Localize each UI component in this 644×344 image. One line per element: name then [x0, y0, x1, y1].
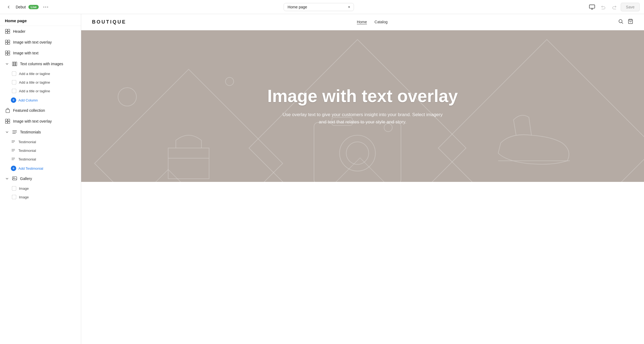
sidebar-item-image-with-text[interactable]: Image with text	[0, 48, 81, 58]
add-column-label: Add Column	[18, 98, 38, 102]
lines-small-icon	[11, 148, 16, 153]
sidebar-tagline-3-label: Add a title or tagline	[19, 89, 50, 93]
svg-rect-7	[8, 29, 10, 31]
grid-icon	[5, 29, 10, 34]
sidebar-item-tagline-1[interactable]: Add a title or tagline	[0, 69, 81, 78]
grid-icon	[5, 119, 10, 124]
svg-rect-23	[8, 119, 10, 121]
sidebar-testimonial-3-label: Testimonial	[18, 157, 36, 161]
lines-icon	[12, 129, 17, 135]
sidebar: Home page Header Image with text overlay	[0, 14, 81, 344]
sidebar-header-label: Header	[13, 29, 76, 34]
svg-rect-38	[12, 177, 17, 180]
sidebar-item-tagline-3[interactable]: Add a title or tagline	[0, 87, 81, 95]
sidebar-item-testimonial-2[interactable]: Testimonial	[0, 146, 81, 155]
svg-rect-9	[8, 32, 10, 34]
sidebar-item-image-text-overlay-1[interactable]: Image with text overlay	[0, 37, 81, 48]
sidebar-image-text-overlay-1-label: Image with text overlay	[13, 40, 76, 44]
svg-rect-15	[8, 51, 10, 53]
store-nav-actions	[618, 19, 633, 25]
sidebar-testimonial-1-label: Testimonial	[18, 140, 36, 144]
grid-icon	[5, 50, 10, 56]
topbar: Debut Live Home page ▾ Save	[0, 0, 644, 14]
page-selector[interactable]: Home page ▾	[284, 3, 354, 11]
sidebar-image-text-overlay-2-label: Image with text overlay	[13, 119, 76, 123]
svg-point-2	[47, 6, 48, 7]
sidebar-item-featured-collection[interactable]: Featured collection	[0, 105, 81, 116]
svg-rect-20	[16, 62, 17, 66]
svg-rect-18	[12, 62, 14, 66]
hero-content: Image with text overlay Use overlay text…	[262, 81, 463, 131]
grid-icon	[5, 40, 10, 45]
sidebar-item-gallery[interactable]: Gallery	[0, 173, 81, 184]
nav-link-catalog[interactable]: Catalog	[374, 20, 387, 24]
svg-point-47	[225, 77, 234, 86]
page-selector-label: Home page	[288, 5, 307, 9]
sidebar-item-image-text-overlay-2[interactable]: Image with text overlay	[0, 116, 81, 127]
svg-rect-10	[5, 40, 7, 42]
svg-point-45	[118, 88, 136, 106]
sidebar-item-testimonial-1[interactable]: Testimonial	[0, 137, 81, 146]
sidebar-header: Home page	[0, 14, 81, 26]
svg-rect-12	[5, 42, 7, 44]
sidebar-gallery-label: Gallery	[20, 176, 76, 181]
store-nav: BOUTIQUE Home Catalog	[81, 14, 644, 30]
preview-frame: BOUTIQUE Home Catalog	[81, 14, 644, 344]
sidebar-tagline-2-label: Add a title or tagline	[19, 80, 50, 84]
add-circle-icon: +	[11, 166, 16, 171]
store-preview: BOUTIQUE Home Catalog	[81, 14, 644, 344]
topbar-center: Home page ▾	[53, 3, 584, 11]
sidebar-item-testimonial-3[interactable]: Testimonial	[0, 155, 81, 163]
sidebar-scroll-area: Header Image with text overlay Image wit…	[0, 26, 81, 344]
dashed-box-icon	[12, 195, 16, 199]
svg-point-40	[619, 19, 622, 23]
cart-icon[interactable]	[628, 19, 633, 25]
sidebar-featured-collection-label: Featured collection	[13, 108, 76, 113]
more-options-button[interactable]	[41, 3, 50, 11]
topbar-right: Save	[587, 2, 640, 12]
sidebar-item-gallery-image-1[interactable]: Image	[0, 184, 81, 193]
svg-rect-17	[8, 53, 10, 55]
svg-rect-6	[5, 29, 7, 31]
dashed-box-icon	[12, 186, 16, 191]
undo-button[interactable]	[599, 3, 608, 11]
sidebar-text-columns-label: Text columns with images	[20, 62, 76, 66]
sidebar-item-testimonials[interactable]: Testimonials	[0, 127, 81, 137]
svg-rect-65	[219, 158, 501, 182]
svg-rect-14	[5, 51, 7, 53]
redo-button[interactable]	[610, 3, 619, 11]
svg-rect-19	[14, 62, 15, 66]
svg-rect-56	[81, 169, 270, 182]
topbar-left: Debut Live	[4, 3, 50, 11]
svg-line-41	[622, 22, 623, 24]
dashed-box-icon	[12, 80, 16, 84]
add-circle-icon: +	[11, 97, 16, 103]
sidebar-item-text-columns[interactable]: Text columns with images	[0, 58, 81, 69]
svg-point-50	[340, 135, 375, 171]
dashed-box-icon	[12, 89, 16, 93]
svg-rect-3	[589, 5, 595, 8]
sidebar-item-gallery-image-2[interactable]: Image	[0, 193, 81, 201]
sidebar-item-header[interactable]: Header	[0, 26, 81, 37]
back-button[interactable]	[4, 3, 13, 11]
sidebar-testimonial-2-label: Testimonial	[18, 149, 36, 153]
search-icon[interactable]	[618, 19, 623, 25]
sidebar-item-tagline-2[interactable]: Add a title or tagline	[0, 78, 81, 87]
hero-section: Image with text overlay Use overlay text…	[81, 30, 644, 182]
svg-point-0	[44, 6, 44, 7]
photo-icon	[12, 176, 17, 181]
sidebar-image-with-text-label: Image with text	[13, 51, 76, 55]
chevron-down-icon	[5, 130, 9, 134]
hero-subtitle: Use overlay text to give your customers …	[281, 111, 444, 126]
desktop-preview-button[interactable]	[587, 2, 597, 12]
svg-rect-16	[5, 53, 7, 55]
save-button[interactable]: Save	[621, 3, 640, 11]
add-column-button[interactable]: + Add Column	[0, 95, 81, 105]
nav-link-home[interactable]: Home	[357, 20, 367, 24]
sidebar-gallery-image-2-label: Image	[19, 195, 29, 199]
lines-small-icon	[11, 140, 16, 144]
svg-rect-21	[6, 109, 9, 113]
hero-title: Image with text overlay	[267, 87, 458, 106]
live-badge: Live	[28, 5, 39, 9]
add-testimonial-button[interactable]: + Add Testimonial	[0, 163, 81, 173]
